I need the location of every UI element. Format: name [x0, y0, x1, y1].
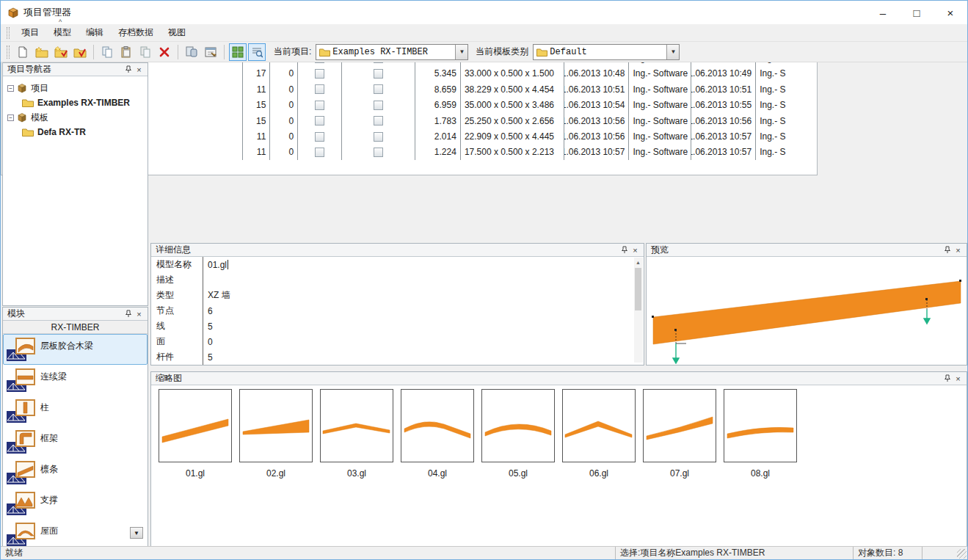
module-item[interactable]: 连续梁: [3, 365, 148, 396]
report-checkbox[interactable]: [374, 84, 383, 94]
new-model-button[interactable]: [14, 43, 32, 61]
results-checkbox[interactable]: [315, 84, 324, 94]
scrollbar-thumb[interactable]: [635, 268, 641, 310]
close-icon[interactable]: ×: [134, 65, 145, 75]
module-item[interactable]: 支撑: [3, 488, 148, 519]
thumbnails-panel: 缩略图 × 01.gl 02.gl: [150, 371, 967, 547]
modules-group-header[interactable]: RX-TIMBER: [3, 321, 148, 334]
copy-model-button[interactable]: [137, 43, 154, 61]
report-checkbox[interactable]: [374, 116, 383, 126]
module-label: 层板胶合木梁: [40, 340, 93, 362]
thumbnail-image[interactable]: [159, 389, 232, 462]
tree-node-templates[interactable]: − 模板: [6, 110, 146, 125]
thumbnail-image[interactable]: [562, 389, 636, 462]
module-item[interactable]: 层板胶合木梁: [3, 334, 148, 365]
module-item[interactable]: 框架: [3, 426, 148, 457]
module-icon: [7, 522, 36, 547]
tree-node-project-item[interactable]: Examples RX-TIMBER: [6, 95, 146, 110]
chevron-down-icon[interactable]: ▼: [666, 45, 679, 59]
detail-value[interactable]: XZ 墙: [203, 288, 349, 303]
thumbnail-image[interactable]: [320, 389, 393, 462]
thumbnail-item[interactable]: 01.gl: [155, 389, 236, 479]
resize-grip[interactable]: [957, 549, 967, 559]
report-checkbox[interactable]: [374, 69, 383, 79]
copy-button[interactable]: [98, 43, 116, 61]
vertical-scrollbar[interactable]: ▲: [634, 258, 643, 363]
detail-label: 模型名称: [151, 258, 203, 271]
thumbnail-item[interactable]: 04.gl: [397, 389, 478, 479]
thumbnail-item[interactable]: 08.gl: [720, 389, 801, 479]
module-item[interactable]: 檩条: [3, 457, 148, 488]
pin-icon[interactable]: [942, 245, 953, 255]
thumbnail-item[interactable]: 03.gl: [316, 389, 397, 479]
modules-scroll-down-button[interactable]: ▼: [130, 527, 143, 539]
new-project-button[interactable]: [33, 43, 51, 61]
folder-icon: [536, 48, 547, 57]
thumbnail-item[interactable]: 05.gl: [478, 389, 558, 479]
open-project-button[interactable]: [52, 43, 70, 61]
thumbnail-item[interactable]: 06.gl: [558, 389, 639, 479]
chevron-down-icon[interactable]: ▼: [455, 45, 467, 59]
current-project-combobox[interactable]: Examples RX-TIMBER ▼: [316, 44, 468, 60]
pin-icon[interactable]: [123, 309, 134, 319]
tree-node-template-item[interactable]: Defa RX-TR: [6, 125, 146, 139]
detail-value[interactable]: 6: [203, 303, 349, 319]
thumbnail-item[interactable]: 07.gl: [639, 389, 720, 479]
report-checkbox[interactable]: [374, 101, 383, 110]
close-icon[interactable]: ×: [630, 245, 641, 255]
menu-bar: 项目 模型 编辑 存档数据 视图: [1, 24, 967, 42]
minimize-button[interactable]: –: [866, 1, 900, 24]
menu-item[interactable]: 项目: [14, 24, 46, 41]
detail-value[interactable]: [203, 272, 349, 288]
dimensions-value: 35.000 x 0.500 x 3.486: [461, 98, 564, 113]
thumbnail-image[interactable]: [724, 389, 797, 462]
created-by: Ing.- Software: [629, 66, 691, 81]
report-checkbox[interactable]: [374, 148, 383, 157]
collapse-icon[interactable]: −: [7, 85, 14, 92]
menu-item[interactable]: 存档数据: [111, 24, 161, 41]
paste-button[interactable]: [117, 43, 135, 61]
delete-button[interactable]: [156, 43, 173, 61]
pin-icon[interactable]: [619, 245, 630, 255]
thumbnail-image[interactable]: [239, 389, 313, 462]
preview-canvas[interactable]: [647, 257, 967, 364]
scroll-up-arrow[interactable]: ▲: [634, 258, 642, 267]
thumbnail-view-toggle[interactable]: [229, 43, 247, 61]
detail-value[interactable]: 01.gl: [203, 257, 349, 272]
details-view-toggle[interactable]: [248, 43, 266, 61]
thumbnail-image[interactable]: [401, 389, 474, 462]
results-checkbox[interactable]: [315, 101, 324, 110]
detail-value[interactable]: 5: [203, 319, 349, 334]
thumbnail-item[interactable]: 02.gl: [236, 389, 316, 479]
project-check-button[interactable]: [71, 43, 89, 61]
module-label: 屋面: [40, 525, 58, 547]
import-archive-button[interactable]: [183, 43, 200, 61]
menu-item[interactable]: 编辑: [79, 24, 111, 41]
thumbnail-image[interactable]: [481, 389, 555, 462]
results-checkbox[interactable]: [315, 116, 324, 126]
close-icon[interactable]: ×: [953, 245, 964, 255]
thumbnail-image[interactable]: [643, 389, 716, 462]
tree-node-projects[interactable]: − 项目: [6, 81, 146, 95]
results-checkbox[interactable]: [315, 148, 324, 157]
close-icon[interactable]: ×: [953, 374, 964, 384]
template-category-combobox[interactable]: Default ▼: [533, 44, 680, 60]
detail-value[interactable]: 5: [203, 349, 349, 365]
close-button[interactable]: ×: [934, 1, 967, 24]
menu-item[interactable]: 模型: [46, 24, 79, 41]
archive-manager-button[interactable]: [202, 43, 219, 61]
module-item[interactable]: 柱: [3, 396, 148, 426]
module-item[interactable]: 屋面: [3, 519, 148, 550]
pin-icon[interactable]: [942, 374, 953, 384]
menu-item[interactable]: 视图: [161, 24, 193, 41]
results-checkbox[interactable]: [315, 132, 324, 142]
sort-ascending-icon: ^: [59, 18, 62, 26]
maximize-button[interactable]: □: [900, 1, 934, 24]
detail-value[interactable]: 0: [203, 334, 349, 349]
close-icon[interactable]: ×: [134, 309, 145, 319]
results-checkbox[interactable]: [315, 69, 324, 79]
report-checkbox[interactable]: [374, 132, 383, 142]
collapse-icon[interactable]: −: [7, 114, 14, 121]
pin-icon[interactable]: [123, 65, 134, 75]
thumbnail-label: 04.gl: [428, 468, 447, 479]
